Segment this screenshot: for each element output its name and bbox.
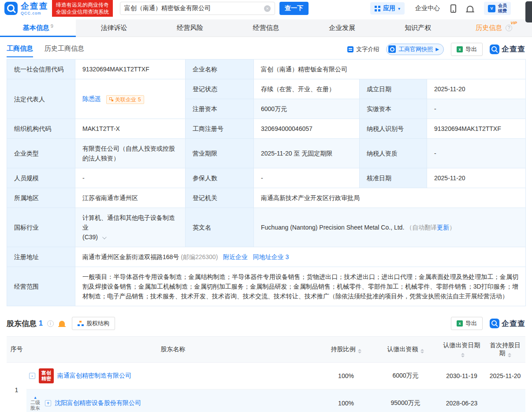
related-companies-badge[interactable]: 关联企业 5: [106, 95, 144, 104]
subtab-business-info[interactable]: 工商信息: [7, 45, 33, 57]
field-label: 登记机关: [186, 188, 254, 208]
help-icon[interactable]: ?: [506, 25, 512, 31]
text-intro-button[interactable]: 文字介绍: [347, 45, 379, 53]
clear-icon[interactable]: ×: [264, 5, 271, 12]
qcc-logo-text: 企查查 QCC.com: [21, 2, 48, 15]
export-button[interactable]: x 导出: [451, 317, 483, 330]
excel-icon: x: [457, 46, 463, 52]
subscribe-bell-icon[interactable]: [59, 321, 65, 326]
phone-icon[interactable]: [450, 4, 456, 13]
field-value: 320694000046057: [254, 119, 360, 139]
translate-update-link[interactable]: 更新: [437, 224, 449, 231]
sort-icon[interactable]: [508, 353, 511, 357]
field-value: 2025-11-20: [427, 168, 526, 188]
shareholder-name-link[interactable]: 南通富创精密制造有限公司: [57, 372, 131, 380]
org-chart-icon: [78, 321, 84, 326]
ratio-value: 100%: [320, 390, 372, 412]
field-value: -: [254, 168, 360, 188]
tab-history-info[interactable]: 历史信息 VIP ?: [456, 19, 532, 37]
apps-button[interactable]: 应用 ▾: [370, 2, 405, 15]
first-date-value: [485, 390, 525, 412]
translate-note: ）: [449, 224, 455, 231]
col-ratio-label: 持股比例: [331, 345, 356, 353]
enterprise-center-link[interactable]: 企业中心: [415, 4, 440, 12]
qcc-watermark: 企查查: [490, 319, 525, 329]
shareholder-subrow: ▴ 二级 股东 + 沈阳富创精密设备股份有限公司 100% 95000万元 20…: [7, 390, 525, 412]
level-collapse-control[interactable]: ▴ 二级 股东: [29, 395, 41, 411]
camera-icon: [388, 45, 396, 53]
info-circle-icon[interactable]: i: [47, 320, 54, 327]
sort-icon[interactable]: [358, 349, 361, 353]
expand-toggle[interactable]: +: [45, 400, 51, 406]
field-label: 纳税人识别号: [360, 119, 427, 139]
sort-icon[interactable]: [461, 353, 465, 357]
first-date-value: 2025-11-20: [485, 363, 525, 390]
play-arrow-icon: ▶: [435, 47, 439, 52]
nearby-companies-link[interactable]: 附近企业: [223, 253, 248, 260]
field-label: 人员规模: [7, 168, 75, 188]
logo-line2: 精密: [41, 376, 51, 382]
field-value: -: [75, 168, 186, 188]
legal-rep-link[interactable]: 陈悉遥: [82, 95, 101, 102]
tab-operating-info[interactable]: 经营信息: [228, 19, 304, 37]
same-address-link[interactable]: 同地址企业 3: [253, 253, 289, 260]
slogan-line2: 全国企业信用查询系统: [56, 8, 109, 15]
level-label-line2: 股东: [30, 405, 40, 411]
col-first-date: 首次持股日期: [485, 337, 525, 363]
subtab-history-business-info[interactable]: 历史工商信息: [45, 45, 84, 57]
info-row: 注册地址 南通市通州区金新街道双福路168号 (邮编226300) 附近企业 同…: [7, 247, 526, 267]
tab-basic-info[interactable]: 基本信息9: [0, 19, 76, 37]
tab-intellectual-property[interactable]: 知识产权: [380, 19, 456, 37]
field-value: MAK1T2TT-X: [75, 119, 186, 139]
address-cell: 南通市通州区金新街道双福路168号 (邮编226300) 附近企业 同地址企业 …: [75, 247, 526, 267]
top-header: 企查查 QCC.com 缔造有远见的商业传奇 全国企业信用查询系统 × 查一下 …: [0, 0, 532, 17]
col-sub-date-label: 认缴出资日期: [443, 341, 480, 349]
shareholders-title: 股东信息: [7, 319, 37, 329]
field-label: 成立日期: [360, 79, 427, 99]
export-button[interactable]: x 导出: [451, 43, 483, 56]
chevron-down-icon[interactable]: [102, 235, 107, 239]
field-value: 2025-11-20: [427, 79, 526, 99]
sort-icon[interactable]: [420, 349, 424, 353]
vip-renew-button[interactable]: V 会员 续费: [484, 2, 511, 15]
shareholders-header: 股东信息 1 i 股权结构 x 导出 企查查: [7, 317, 525, 330]
logo-text-en: QCC.com: [21, 11, 48, 15]
vip-renew-text: 会员 续费: [498, 3, 507, 14]
caret-down-icon: ▾: [398, 6, 400, 11]
legal-rep-cell: 陈悉遥 关联企业 5: [75, 79, 186, 119]
field-value: 2025-11-20 至 无固定期限: [254, 139, 360, 168]
info-row: 所属地区 江苏省南通市通州区 登记机关 南通高新技术产业开发区行政审批局: [7, 188, 526, 208]
info-row: 国标行业 计算机、通信和其他电子设备制造业 (C39) 英文名 Fuchuang…: [7, 208, 526, 247]
official-snapshot-button[interactable]: 工商官网快照 ▶: [386, 44, 444, 55]
shareholder-name-link[interactable]: 沈阳富创精密设备股份有限公司: [55, 399, 141, 407]
tab-label: 基本信息: [23, 24, 49, 32]
text-intro-label: 文字介绍: [356, 45, 379, 53]
qcc-logo[interactable]: 企查查 QCC.com: [4, 2, 48, 15]
info-row: 人员规模 - 参保人数 - 核准日期 2025-11-20: [7, 168, 526, 188]
amount-value: 95000万元: [372, 390, 439, 412]
field-label: 组织机构代码: [7, 119, 75, 139]
bell-icon[interactable]: [467, 6, 473, 11]
apps-label: 应用: [383, 4, 395, 12]
collapse-toggle[interactable]: -: [29, 373, 35, 379]
amount-value: 6000万元: [372, 363, 439, 390]
text-intro-icon: [347, 46, 353, 52]
col-index: 序号: [7, 337, 26, 363]
vip-line1: 会员: [498, 3, 507, 8]
tab-enterprise-development[interactable]: 企业发展: [304, 19, 380, 37]
search-input[interactable]: [124, 5, 264, 12]
search-button[interactable]: 查一下: [279, 2, 309, 15]
tab-legal-litigation[interactable]: 法律诉讼: [76, 19, 152, 37]
qcc-watermark-text: 企查查: [502, 44, 525, 54]
subnav: 工商信息 历史工商信息 文字介绍 工商官网快照 ▶ x 导出 企查查: [0, 37, 532, 58]
same-address-count: 3: [286, 253, 289, 260]
equity-structure-button[interactable]: 股权结构: [72, 317, 115, 330]
field-value: 91320694MAK1T2TTXF: [427, 119, 526, 139]
col-amount: 认缴出资额: [372, 337, 439, 363]
equity-structure-label: 股权结构: [86, 319, 109, 327]
tab-operating-risk[interactable]: 经营风险: [152, 19, 228, 37]
field-value: -: [427, 99, 526, 119]
field-value: 6000万元: [254, 99, 360, 119]
related-companies-label: 关联企业: [115, 95, 136, 104]
col-sub-date: 认缴出资日期: [439, 337, 485, 363]
